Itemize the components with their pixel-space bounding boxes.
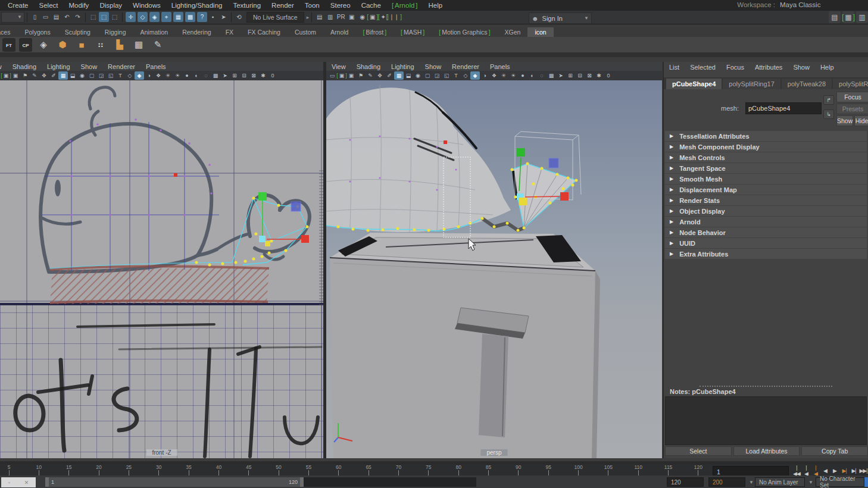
use-all-lights-icon[interactable]: ❖ — [489, 71, 499, 80]
go-to-end-button[interactable]: ▶▶| — [858, 465, 868, 476]
ae-footer-button[interactable]: Copy Tab — [801, 446, 868, 456]
film-gate-icon[interactable]: ⬓ — [404, 71, 413, 80]
expand-arrow-icon[interactable]: ▸ — [307, 14, 310, 20]
shelf-tab-mash[interactable]: MASH — [394, 27, 432, 37]
hide-button[interactable]: Hide — [854, 115, 868, 126]
viewport-select-tool-icon[interactable]: ➤ — [220, 71, 230, 80]
menu-render[interactable]: Render — [266, 2, 299, 9]
mesh-name-field[interactable]: pCubeShape4 — [745, 102, 822, 114]
attribute-section-header[interactable]: ▶ Tangent Space — [665, 163, 867, 173]
undo-icon[interactable]: ↶ — [62, 12, 72, 22]
ae-tab-polysplitring17[interactable]: polySplitRing17 — [723, 79, 780, 89]
range-slider-track[interactable]: 1 120 — [45, 477, 476, 487]
exposure-field[interactable]: 0 — [268, 71, 277, 80]
shelf-tab-motion-graphics[interactable]: Motion Graphics — [432, 27, 497, 37]
shelf-tab-sculpting[interactable]: Sculpting — [58, 27, 98, 37]
shelf-tab-fx-caching[interactable]: FX Caching — [241, 27, 288, 37]
open-scene-icon[interactable]: ▭ — [40, 12, 51, 22]
attribute-section-header[interactable]: ▶ Node Behavior — [665, 227, 867, 237]
shelf-tab-fx[interactable]: FX — [218, 27, 241, 37]
sort-outliner-icon[interactable]: ▤ — [829, 11, 841, 23]
camera-icon[interactable]: ▭ — [327, 71, 337, 80]
ae-tab-polysplitring16[interactable]: polySplitRing16 — [833, 79, 868, 89]
output-connection-icon[interactable]: ↳ — [823, 110, 834, 119]
attribute-section-header[interactable]: ▶ Tessellation Attributes — [665, 131, 867, 141]
chevron-down-icon[interactable]: ▼ — [749, 480, 754, 485]
menu-help[interactable]: Help — [423, 2, 448, 9]
select-hierarchy-icon[interactable]: ⬚ — [88, 12, 98, 22]
go-to-start-button[interactable]: |◀◀ — [792, 465, 801, 476]
four-pane-layout-icon[interactable]: ⊠ — [249, 71, 258, 80]
use-all-lights-icon[interactable]: ❖ — [154, 71, 163, 80]
render-current-frame-icon[interactable]: ▥ — [325, 12, 335, 22]
shaded-icon[interactable]: ◆ — [135, 71, 144, 80]
snap-view-plane-icon[interactable]: ▦ — [173, 12, 183, 22]
greasepencil-icon[interactable]: ✐ — [385, 71, 394, 80]
viewport-select-camera-icon[interactable]: ▣ — [337, 71, 346, 80]
gate-mask-icon[interactable]: ▢ — [423, 71, 432, 80]
snap-curve-icon[interactable]: ◇ — [138, 12, 148, 22]
single-pane-layout-icon[interactable]: ⊞ — [566, 71, 575, 80]
step-forward-frame-button[interactable]: ▶| — [849, 465, 858, 476]
textured-icon[interactable]: ◑ — [144, 71, 154, 80]
notes-field[interactable] — [665, 396, 867, 445]
two-pane-layout-icon[interactable]: ⊟ — [575, 71, 585, 80]
snap-point-icon[interactable]: ◈ — [149, 12, 160, 22]
resolution-gate-icon[interactable]: ◉ — [77, 71, 87, 80]
viewport-menu-item[interactable]: Renderer — [102, 63, 140, 70]
open-render-view-icon[interactable]: ▤ — [314, 12, 324, 22]
poly-prism-icon[interactable]: ⬢ — [55, 37, 70, 52]
play-backwards-button[interactable]: ◀ — [820, 465, 830, 476]
viewport-select-camera-icon[interactable]: ▣ — [1, 71, 11, 80]
viewport-menu-item[interactable]: Shading — [351, 63, 386, 70]
safe-action-icon[interactable]: ◱ — [442, 71, 451, 80]
field-chart-icon[interactable]: ◲ — [96, 71, 106, 80]
ae-menu-item[interactable]: List — [664, 64, 685, 71]
front-viewport-canvas[interactable]: front -Z — [0, 80, 323, 458]
shelf-tab-rendering[interactable]: Rendering — [175, 27, 218, 37]
shelf-tab-arnold[interactable]: Arnold — [323, 27, 355, 37]
xray-icon[interactable]: ◐ — [527, 71, 537, 80]
poly-combine-icon[interactable]: ▙ — [112, 37, 127, 52]
menu-modify[interactable]: Modify — [64, 2, 95, 9]
viewport-menu-item[interactable]: Panels — [485, 63, 516, 70]
snap-grid-icon[interactable]: ✛ — [126, 12, 136, 22]
delete-node-icon[interactable]: ⠶ — [93, 37, 108, 52]
shelf-tab-rigging[interactable]: Rigging — [98, 27, 133, 37]
attribute-section-header[interactable]: ▶ UUID — [665, 238, 867, 248]
viewport-menu-item[interactable]: View — [326, 63, 351, 70]
attribute-section-header[interactable]: ▶ Smooth Mesh — [665, 174, 867, 184]
notes-drag-handle[interactable] — [700, 386, 832, 387]
menu-lighting-shading[interactable]: Lighting/Shading — [166, 2, 228, 9]
select-component-icon[interactable]: ⬚ — [110, 12, 120, 22]
field-chart-icon[interactable]: ◲ — [432, 71, 442, 80]
step-back-frame-button[interactable]: |◀ — [801, 465, 811, 476]
anim-layer-dropdown[interactable]: No Anim Layer — [755, 477, 805, 487]
wireframe-icon[interactable]: ◇ — [125, 71, 135, 80]
character-set-dropdown[interactable]: No Character Set — [816, 477, 864, 487]
save-scene-icon[interactable]: ▤ — [51, 12, 61, 22]
lock-camera-icon[interactable]: ▣ — [11, 71, 20, 80]
play-forwards-button[interactable]: ▶ — [830, 465, 839, 476]
workspace-value[interactable]: Maya Classic — [780, 1, 851, 8]
twoD-pan-zoom-icon[interactable]: ✥ — [375, 71, 385, 80]
lock-camera-icon[interactable]: ▣ — [346, 71, 356, 80]
grid-toggle-icon[interactable]: ▦ — [394, 71, 404, 80]
redo-icon[interactable]: ↷ — [73, 12, 83, 22]
wireframe-icon[interactable]: ◇ — [461, 71, 470, 80]
snap-projected-center-icon[interactable]: ⌖ — [161, 12, 171, 22]
viewport-menu-item[interactable]: Panels — [140, 63, 171, 70]
gate-mask-icon[interactable]: ▢ — [87, 71, 96, 80]
workspace-selector[interactable]: Workspace : Maya Classic — [737, 1, 851, 8]
sign-in-button[interactable]: ☻ Sign In ▼ — [529, 12, 592, 24]
viewport-renderer-icon[interactable]: ✱ — [258, 71, 268, 80]
isolate-select-icon[interactable]: ◌ — [201, 71, 211, 80]
ae-footer-button[interactable]: Load Attributes — [733, 446, 800, 456]
xray-icon[interactable]: ◐ — [192, 71, 201, 80]
ae-menu-item[interactable]: Focus — [721, 64, 750, 71]
playback-range-bar[interactable]: 1 120 — [45, 477, 304, 487]
shelf-tab-xgen[interactable]: XGen — [498, 27, 528, 37]
greasepencil-icon[interactable]: ✐ — [49, 71, 58, 80]
plugin-shapes-icon[interactable]: ▩ — [547, 71, 556, 80]
step-forward-key-button[interactable]: ▶| — [839, 465, 849, 476]
